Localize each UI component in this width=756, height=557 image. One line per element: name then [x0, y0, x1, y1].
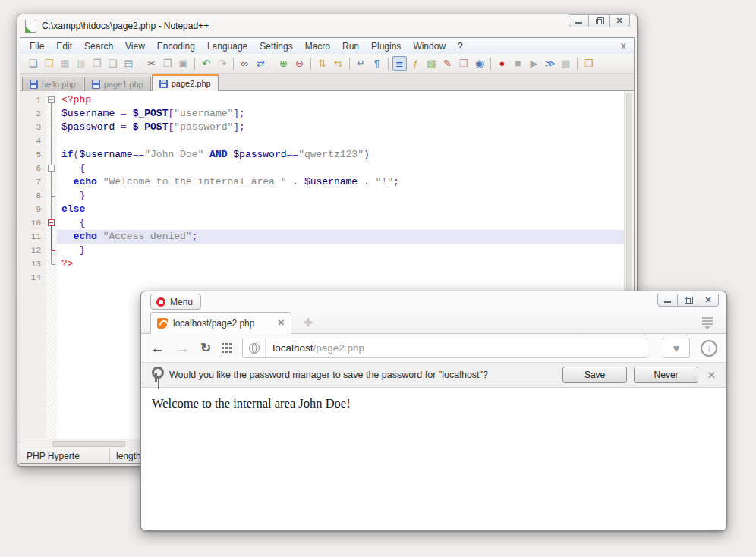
macro-run-multiple-icon[interactable]: ≫	[543, 56, 557, 71]
menu-item-encoding[interactable]: Encoding	[151, 39, 201, 53]
function-list-icon[interactable]: ƒ	[408, 56, 423, 71]
code-text: $password = $_POST["password"];	[57, 121, 245, 134]
save-button[interactable]: Save	[562, 367, 627, 383]
minimize-button[interactable]	[657, 294, 678, 307]
user-defined-language-icon[interactable]: ✎	[440, 56, 455, 71]
toolbar-separator	[310, 58, 311, 70]
browser-tabbar: localhost/page2.php ✕ ✚	[141, 311, 726, 334]
doc-tab-page2-php[interactable]: page2.php	[152, 74, 219, 91]
doc-tab-page1-php[interactable]: page1.php	[84, 77, 151, 91]
save-all-icon[interactable]: ▥	[74, 56, 88, 71]
dismiss-bar-icon[interactable]: ✕	[707, 370, 716, 381]
undo-icon[interactable]: ↶	[199, 56, 213, 71]
find-icon[interactable]: ∞	[238, 56, 252, 71]
new-file-icon[interactable]: ❏	[26, 56, 40, 71]
reload-button[interactable]: ↻	[200, 341, 211, 354]
line-number: 11	[20, 230, 46, 244]
code-line-4: 4	[20, 134, 634, 148]
fold-toggle-box[interactable]	[46, 93, 57, 107]
menu-item-macro[interactable]: Macro	[299, 39, 336, 53]
close-button[interactable]: ✕	[610, 14, 630, 27]
minimize-icon	[664, 301, 671, 303]
opera-menu-button[interactable]: Menu	[150, 294, 201, 310]
toolbar: ❏❒▦▥❐❑▤✂❐▣↶↷∞⇄⊕⊖⇅⇆↵¶≣ƒ▧✎❒◉●■▶≫▩❒	[20, 54, 634, 74]
copy-icon[interactable]: ❐	[160, 56, 175, 71]
redo-icon[interactable]: ↷	[215, 56, 229, 71]
doc-tab-hello-php[interactable]: hello.php	[22, 77, 83, 91]
menu-item-settings[interactable]: Settings	[254, 39, 298, 53]
indent-guide-icon[interactable]: ≣	[392, 56, 407, 71]
close-all-icon[interactable]: ❑	[106, 56, 120, 71]
menu-item-search[interactable]: Search	[78, 39, 119, 53]
print-icon[interactable]: ▤	[121, 56, 136, 71]
open-file-icon[interactable]: ❒	[42, 56, 56, 71]
horizontal-scrollbar-thumb[interactable]	[52, 441, 125, 447]
welcome-message: Welcome to the internal area John Doe!	[152, 396, 716, 411]
never-button[interactable]: Never	[634, 367, 698, 383]
tab-close-icon[interactable]: ✕	[278, 318, 285, 328]
document-map-icon[interactable]: ▧	[424, 56, 439, 71]
open-containing-folder-icon[interactable]: ❒	[581, 56, 596, 71]
show-all-characters-icon[interactable]: ¶	[370, 56, 384, 71]
menu-item-edit[interactable]: Edit	[50, 39, 78, 53]
menubar: FileEditSearchViewEncodingLanguageSettin…	[20, 38, 634, 54]
macro-stop-icon[interactable]: ■	[511, 56, 525, 71]
sync-horizontal-icon[interactable]: ⇆	[331, 56, 345, 71]
fold-toggle-box[interactable]	[46, 162, 57, 175]
minimize-button[interactable]	[569, 14, 589, 27]
speed-dial-icon[interactable]	[222, 343, 232, 353]
menu-item-view[interactable]: View	[119, 39, 151, 53]
macro-play-icon[interactable]: ▶	[527, 56, 541, 71]
fold-marker	[46, 203, 57, 216]
address-bar[interactable]: localhost/page2.php	[242, 338, 647, 358]
restore-icon	[596, 19, 602, 24]
line-number: 5	[20, 148, 46, 162]
paste-icon[interactable]: ▣	[176, 56, 191, 71]
preview-eye-icon[interactable]: ◉	[472, 56, 487, 71]
site-badge[interactable]	[243, 338, 266, 357]
toolbar-separator	[233, 58, 234, 70]
download-button[interactable]: ↓	[701, 340, 717, 357]
menu-item-run[interactable]: Run	[336, 39, 365, 53]
opera-titlebar[interactable]: Menu ✕	[141, 291, 726, 311]
macro-record-icon[interactable]: ●	[495, 56, 509, 71]
zoom-out-icon[interactable]: ⊖	[292, 56, 307, 71]
restore-button[interactable]	[589, 14, 610, 27]
forward-button[interactable]: →	[175, 341, 190, 355]
menu-item-plugins[interactable]: Plugins	[365, 39, 407, 53]
vertical-scrollbar-thumb[interactable]	[626, 93, 632, 308]
cut-icon[interactable]: ✂	[144, 56, 159, 71]
menu-item-file[interactable]: File	[24, 39, 50, 53]
opera-window-controls: ✕	[657, 294, 719, 307]
menu-item-window[interactable]: Window	[407, 39, 452, 53]
macro-save-icon[interactable]: ▩	[559, 56, 573, 71]
toolbar-separator	[194, 58, 195, 70]
word-wrap-icon[interactable]: ↵	[354, 56, 368, 71]
menu-item-language[interactable]: Language	[201, 39, 254, 53]
fold-toggle-box[interactable]	[46, 216, 57, 230]
menu-item-help[interactable]: ?	[452, 39, 469, 53]
zoom-in-icon[interactable]: ⊕	[276, 56, 291, 71]
notepadpp-titlebar[interactable]: C:\xampp\htdocs\page2.php - Notepad++	[17, 14, 637, 37]
browser-tab-localhost-page2[interactable]: localhost/page2.php ✕	[150, 312, 291, 334]
bookmark-heart-button[interactable]: ♥	[663, 338, 690, 358]
code-line-7: 7 echo "Welcome to the internal area " .…	[20, 175, 634, 189]
tab-menu-icon[interactable]	[702, 317, 713, 329]
close-file-icon[interactable]: ❐	[90, 56, 104, 71]
restore-button[interactable]	[678, 294, 698, 307]
globe-icon	[249, 343, 260, 354]
new-tab-button[interactable]: ✚	[304, 316, 313, 329]
menubar-close-icon[interactable]: X	[613, 42, 634, 51]
sync-vertical-icon[interactable]: ⇅	[315, 56, 329, 71]
password-manager-bar: Would you like the password manager to s…	[141, 363, 726, 388]
code-text: echo "Access denied";	[57, 230, 197, 244]
replace-icon[interactable]: ⇄	[254, 56, 268, 71]
fold-marker	[46, 189, 57, 203]
notepadpp-icon	[25, 20, 36, 33]
folder-as-workspace-icon[interactable]: ❒	[456, 56, 471, 71]
back-button[interactable]: ←	[150, 341, 165, 355]
save-file-icon[interactable]: ▦	[58, 56, 72, 71]
close-button[interactable]: ✕	[698, 294, 719, 307]
code-line-14: 14	[20, 271, 634, 285]
url-text[interactable]: localhost/page2.php	[266, 342, 364, 354]
